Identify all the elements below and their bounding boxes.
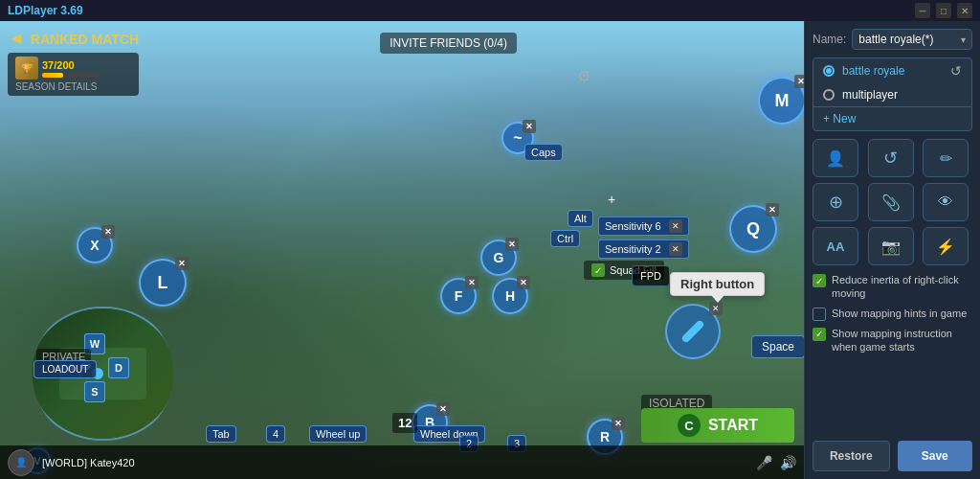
- sensitivity-2-box[interactable]: Sensitivity 2 ✕: [598, 240, 689, 259]
- maximize-btn[interactable]: □: [936, 3, 951, 18]
- clip-icon: 📎: [881, 194, 901, 212]
- wheel-up-label: Wheel up: [309, 425, 367, 443]
- fpd-area: FPD: [632, 265, 670, 286]
- profile-options: battle royale ↺ multiplayer + New: [813, 57, 972, 131]
- save-button[interactable]: Save: [898, 441, 973, 471]
- ctrl-label: Ctrl: [550, 230, 580, 247]
- key-x[interactable]: X ✕: [77, 227, 113, 263]
- crosshair-icon-btn[interactable]: ⊕: [813, 183, 858, 221]
- space-label: Space: [751, 335, 804, 358]
- person-icon-btn[interactable]: 👤: [813, 139, 858, 177]
- checkbox-row-1: ✓ Reduce inertia of right-click moving: [813, 273, 972, 301]
- close-r-icon[interactable]: ✕: [612, 417, 625, 430]
- bottom-icons: 🎤 🔊: [756, 455, 796, 470]
- key-h[interactable]: H ✕: [492, 278, 528, 314]
- refresh-icon[interactable]: ↺: [950, 63, 962, 79]
- profile-select[interactable]: battle royale(*) ▾: [852, 29, 972, 50]
- chevron-down-icon: ▾: [961, 34, 966, 45]
- key-f[interactable]: F ✕: [440, 278, 477, 314]
- squad-fill-checkbox[interactable]: ✓: [591, 263, 605, 277]
- name-label: Name:: [813, 33, 846, 46]
- invite-friends[interactable]: INVITE FRIENDS (0/4): [380, 33, 517, 54]
- key-s[interactable]: S: [84, 381, 105, 402]
- restore-button[interactable]: Restore: [813, 441, 890, 471]
- profile-battle-royale[interactable]: battle royale ↺: [813, 58, 971, 83]
- sensitivity-6-box[interactable]: Sensitivity 6 ✕: [598, 217, 689, 236]
- key-4-label: 4: [266, 425, 285, 443]
- pencil-icon-btn[interactable]: ✏: [923, 139, 969, 177]
- close-tilde-icon[interactable]: ✕: [523, 120, 536, 133]
- close-m-icon[interactable]: ✕: [794, 75, 804, 88]
- close-sens6-icon[interactable]: ✕: [669, 219, 682, 233]
- show-instruction-label: Show mapping instruction when game start…: [832, 327, 972, 354]
- reduce-inertia-checkbox[interactable]: ✓: [813, 274, 826, 287]
- minimize-btn[interactable]: ─: [915, 3, 930, 18]
- plus-icon[interactable]: +: [608, 192, 615, 207]
- window-controls[interactable]: ─ □ ✕: [915, 3, 972, 18]
- close-f-icon[interactable]: ✕: [465, 276, 479, 289]
- loop-icon: ↺: [883, 148, 898, 169]
- loadout-button[interactable]: LOADOUT: [33, 360, 97, 378]
- key-l[interactable]: L ✕: [139, 259, 187, 307]
- key-g[interactable]: G ✕: [480, 240, 517, 276]
- aa-icon-btn[interactable]: AA: [813, 227, 858, 265]
- checkbox-row-3: ✓ Show mapping instruction when game sta…: [813, 327, 972, 354]
- loop-icon-btn[interactable]: ↺: [868, 139, 914, 177]
- close-btn[interactable]: ✕: [957, 3, 972, 18]
- start-button[interactable]: C START: [641, 408, 794, 443]
- key-d[interactable]: D: [108, 357, 129, 378]
- new-profile-button[interactable]: + New: [813, 106, 971, 130]
- show-hints-checkbox[interactable]: [813, 308, 826, 321]
- rank-icon: 🏆: [15, 57, 38, 80]
- game-header: ◄ RANKED MATCH 🏆 37/200 SEASON DETAILS: [8, 29, 796, 96]
- player-xp-row: 🏆 37/200: [15, 57, 131, 80]
- close-rc-icon[interactable]: ✕: [709, 302, 723, 315]
- clip-icon-btn[interactable]: 📎: [868, 183, 914, 221]
- ranked-match: ◄ RANKED MATCH: [8, 29, 139, 49]
- app-logo: LDPlayer 3.69: [8, 4, 83, 17]
- close-x-icon[interactable]: ✕: [101, 225, 115, 239]
- close-l-icon[interactable]: ✕: [175, 257, 189, 270]
- key-q[interactable]: Q ✕: [729, 205, 777, 253]
- close-sens2-icon[interactable]: ✕: [669, 242, 682, 256]
- pencil-icon: ✏: [940, 149, 952, 168]
- camera-icon: 📷: [881, 238, 901, 256]
- panel-bottom-buttons: Restore Save: [813, 441, 972, 471]
- xp-fill: [42, 73, 63, 78]
- right-button-tooltip: Right button: [670, 272, 765, 296]
- close-b-icon[interactable]: ✕: [436, 402, 450, 416]
- close-h-icon[interactable]: ✕: [517, 276, 530, 289]
- camera-icon-btn[interactable]: 📷: [868, 227, 914, 265]
- crosshair-icon: ⊕: [829, 192, 843, 213]
- caps-label: Caps: [524, 144, 563, 161]
- reduce-inertia-label: Reduce inertia of right-click moving: [832, 273, 972, 301]
- speaker-icon[interactable]: 🔊: [780, 455, 796, 470]
- player-avatar: 👤: [8, 449, 34, 476]
- name-row: Name: battle royale(*) ▾: [813, 29, 972, 50]
- main-layout: ◄ RANKED MATCH 🏆 37/200 SEASON DETAILS: [0, 21, 980, 479]
- title-bar: LDPlayer 3.69 ─ □ ✕: [0, 0, 980, 21]
- aa-icon: AA: [827, 240, 845, 254]
- close-g-icon[interactable]: ✕: [505, 238, 519, 251]
- bolt-icon-btn[interactable]: ⚡: [923, 227, 969, 265]
- profile-multiplayer[interactable]: multiplayer: [813, 83, 971, 106]
- microphone-icon[interactable]: 🎤: [756, 455, 772, 470]
- player-name: [WORLD] Katey420: [42, 457, 135, 468]
- right-panel: Name: battle royale(*) ▾ battle royale ↺…: [804, 21, 980, 479]
- right-click-indicator[interactable]: ✕: [665, 304, 721, 359]
- tooltip-arrow: [711, 295, 724, 303]
- person-icon: 👤: [826, 149, 845, 168]
- show-instruction-checkbox[interactable]: ✓: [813, 328, 826, 341]
- close-q-icon[interactable]: ✕: [766, 203, 779, 217]
- player-info: 🏆 37/200 SEASON DETAILS: [8, 53, 139, 96]
- bolt-icon: ⚡: [936, 238, 955, 256]
- game-area: ◄ RANKED MATCH 🏆 37/200 SEASON DETAILS: [0, 21, 804, 479]
- eye-icon-btn[interactable]: 👁: [923, 183, 969, 221]
- eye-icon: 👁: [938, 194, 953, 211]
- show-hints-label: Show mapping hints in game: [832, 307, 967, 320]
- xp-bar-container: 37/200: [42, 59, 100, 78]
- gear-icon[interactable]: ⚙: [577, 67, 598, 88]
- icon-grid: 👤 ↺ ✏ ⊕ 📎 👁 AA 📷 ⚡: [813, 139, 972, 265]
- xp-bar: [42, 73, 100, 78]
- key-m[interactable]: M ✕: [758, 77, 804, 125]
